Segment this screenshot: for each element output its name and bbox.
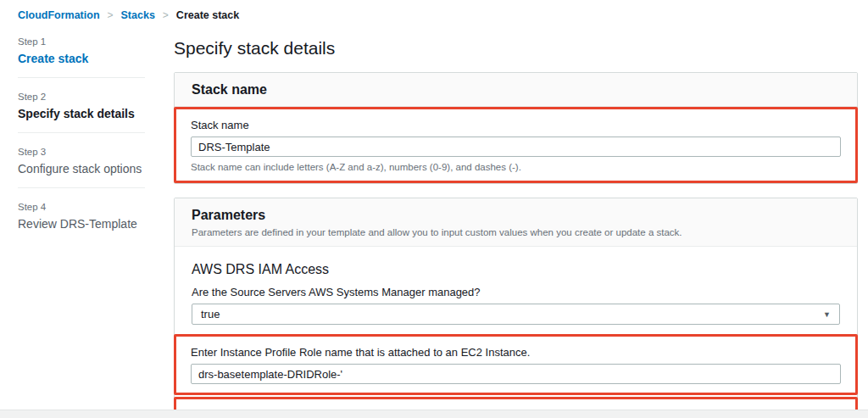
annotation-box-stack-name: Stack name Stack name can include letter… (174, 107, 858, 183)
stack-name-card-title: Stack name (192, 82, 267, 97)
parameters-card: Parameters Parameters are defined in you… (174, 198, 858, 418)
breadcrumb: CloudFormation > Stacks > Create stack (0, 0, 868, 21)
step-item-specify-stack-details: Step 2 Specify stack details (18, 90, 157, 132)
ssm-managed-field-group: Are the Source Servers AWS Systems Manag… (192, 286, 840, 325)
ssm-managed-field-label: Are the Source Servers AWS Systems Manag… (192, 286, 840, 298)
step-label: Review DRS-Template (18, 217, 157, 231)
step-kicker: Step 3 (18, 147, 157, 157)
step-label: Configure stack options (18, 162, 157, 176)
breadcrumb-link-cloudformation[interactable]: CloudFormation (18, 9, 100, 21)
stack-name-field-group: Stack name Stack name can include letter… (176, 109, 855, 181)
ssm-managed-select-value: true (201, 308, 220, 320)
annotation-box-instance-profile: Enter Instance Profile Role name that is… (174, 334, 858, 395)
breadcrumb-separator-icon: > (163, 9, 169, 21)
step-kicker: Step 4 (18, 202, 157, 212)
stack-name-card-header: Stack name (175, 73, 857, 107)
stack-name-input[interactable] (191, 137, 841, 157)
parameters-card-header: Parameters Parameters are defined in you… (175, 198, 857, 247)
window-bottom-strip (0, 410, 868, 418)
step-item-configure-stack-options: Step 3 Configure stack options (18, 145, 157, 187)
breadcrumb-current-page: Create stack (176, 9, 239, 21)
instance-profile-field-group: Enter Instance Profile Role name that is… (176, 337, 855, 393)
stack-name-helper-text: Stack name can include letters (A-Z and … (191, 162, 841, 172)
content-row: Step 1 Create stack Step 2 Specify stack… (0, 35, 868, 418)
parameters-card-description: Parameters are defined in your template … (192, 227, 840, 237)
step-current-label: Specify stack details (18, 107, 157, 120)
step-item-create-stack[interactable]: Step 1 Create stack (18, 35, 157, 77)
step-item-review: Step 4 Review DRS-Template (18, 200, 157, 242)
instance-profile-input[interactable] (191, 364, 841, 384)
instance-profile-field-label: Enter Instance Profile Role name that is… (191, 346, 841, 359)
step-kicker: Step 2 (18, 92, 157, 102)
stack-name-card: Stack name Stack name Stack name can inc… (174, 72, 858, 184)
breadcrumb-link-stacks[interactable]: Stacks (121, 9, 155, 21)
parameter-group-title: AWS DRS IAM Access (192, 262, 840, 277)
parameters-card-title: Parameters (192, 208, 840, 223)
step-divider (18, 187, 145, 188)
main-content: Specify stack details Stack name Stack n… (174, 35, 868, 418)
ssm-managed-select[interactable]: true ▼ (192, 304, 840, 325)
stack-name-field-label: Stack name (191, 119, 841, 131)
chevron-down-icon: ▼ (823, 310, 831, 319)
step-divider (18, 77, 145, 78)
parameters-card-body: AWS DRS IAM Access Are the Source Server… (175, 247, 857, 334)
wizard-step-nav: Step 1 Create stack Step 2 Specify stack… (0, 35, 157, 418)
page-title: Specify stack details (174, 38, 858, 59)
breadcrumb-separator-icon: > (108, 9, 114, 21)
step-divider (18, 132, 145, 133)
step-kicker: Step 1 (18, 36, 157, 47)
step-link-create-stack[interactable]: Create stack (18, 52, 157, 65)
